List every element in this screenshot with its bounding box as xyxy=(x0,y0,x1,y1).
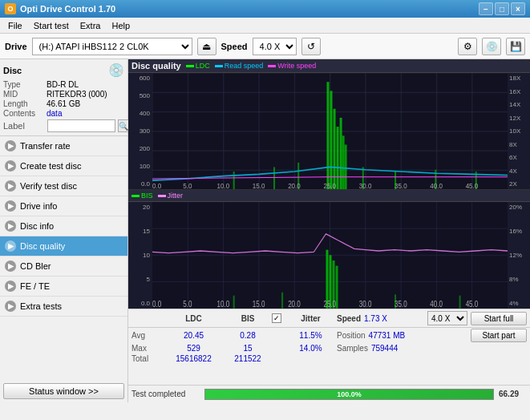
speed-value: 1.73 X xyxy=(364,314,387,323)
start-part-button[interactable]: Start part xyxy=(471,329,527,342)
drive-select[interactable]: (H:) ATAPI iHBS112 2 CL0K xyxy=(32,38,192,55)
save-button[interactable]: 💾 xyxy=(506,38,525,55)
disc-button[interactable]: 💿 xyxy=(482,38,501,55)
stats-header-row: LDC BIS ✓ Jitter Speed 1.73 X 4.0 X Star… xyxy=(128,309,530,328)
samples-value: 759444 xyxy=(371,344,398,353)
menu-extra[interactable]: Extra xyxy=(75,19,106,32)
legend-ldc-label: LDC xyxy=(196,62,210,70)
sidebar-item-verify-test-disc[interactable]: ▶ Verify test disc xyxy=(0,176,127,196)
bis-header: BIS xyxy=(224,314,272,323)
sidebar-item-drive-info[interactable]: ▶ Drive info xyxy=(0,196,127,216)
menu-help[interactable]: Help xyxy=(107,19,135,32)
mid-value: RITEKDR3 (000) xyxy=(47,90,107,99)
fe-te-icon: ▶ xyxy=(5,281,16,292)
top-chart-area: 6005004003002001000.0 xyxy=(128,73,530,189)
label-input[interactable] xyxy=(47,119,115,132)
svg-text:45.0: 45.0 xyxy=(466,182,479,190)
sidebar-item-cd-bler[interactable]: ▶ CD Bler xyxy=(0,256,127,277)
disc-title: Disc xyxy=(3,66,22,75)
menu-bar: File Start test Extra Help xyxy=(0,18,530,34)
progress-fill: 100.0% xyxy=(205,390,493,399)
sidebar: Disc 💿 Type BD-R DL MID RITEKDR3 (000) L… xyxy=(0,59,128,402)
eject-button[interactable]: ⏏ xyxy=(197,38,216,55)
legend-write-speed-color xyxy=(268,65,276,67)
svg-text:25.0: 25.0 xyxy=(323,300,336,309)
disc-icon: 💿 xyxy=(108,63,124,78)
extra-tests-icon: ▶ xyxy=(5,301,16,312)
minimize-button[interactable]: − xyxy=(479,2,493,15)
avg-ldc: 20.45 xyxy=(164,331,224,340)
speed-unit-select[interactable]: 4.0 X xyxy=(427,311,467,325)
svg-text:10.0: 10.0 xyxy=(217,300,230,309)
sidebar-item-label: Extra tests xyxy=(20,301,62,311)
svg-text:20.0: 20.0 xyxy=(288,300,301,309)
disc-header: Disc 💿 xyxy=(3,63,124,78)
avg-row: Avg 20.45 0.28 11.5% Position 47731 MB S… xyxy=(128,328,530,343)
max-label: Max xyxy=(131,344,164,353)
contents-label: Contents xyxy=(3,109,45,118)
svg-text:5.0: 5.0 xyxy=(183,182,192,190)
close-button[interactable]: × xyxy=(511,2,525,15)
mid-label: MID xyxy=(3,90,45,99)
type-value: BD-R DL xyxy=(47,80,79,89)
refresh-button[interactable]: ↺ xyxy=(301,38,321,55)
legend-bis-color xyxy=(131,195,140,197)
disc-panel: Disc 💿 Type BD-R DL MID RITEKDR3 (000) L… xyxy=(0,59,127,136)
svg-rect-24 xyxy=(273,167,275,189)
svg-text:25.0: 25.0 xyxy=(323,182,336,190)
svg-rect-20 xyxy=(340,118,342,189)
legend-ldc: LDC xyxy=(186,62,210,70)
position-info: Position 47731 MB xyxy=(337,331,427,340)
sidebar-item-label: Disc info xyxy=(20,221,54,231)
bottom-chart: BIS Jitter 20151050.0 xyxy=(128,190,530,309)
legend-read-speed: Read speed xyxy=(215,62,264,70)
svg-rect-58 xyxy=(281,293,283,309)
start-full-button[interactable]: Start full xyxy=(471,312,527,325)
svg-rect-22 xyxy=(345,144,347,189)
speed-label: Speed xyxy=(221,42,248,51)
menu-start-test[interactable]: Start test xyxy=(29,19,74,32)
progress-track: 100.0% xyxy=(204,389,494,400)
legend-jitter-color xyxy=(158,195,166,197)
legend-write-speed-label: Write speed xyxy=(277,62,316,70)
speed-label: Speed xyxy=(337,314,361,323)
svg-rect-23 xyxy=(233,172,235,189)
bottom-left-axis: 20151050.0 xyxy=(128,202,152,309)
sidebar-item-label: Disc quality xyxy=(20,241,65,251)
disc-type-row: Type BD-R DL xyxy=(3,80,124,89)
sidebar-item-extra-tests[interactable]: ▶ Extra tests xyxy=(0,297,127,317)
disc-mid-row: MID RITEKDR3 (000) xyxy=(3,90,124,99)
disc-length-row: Length 46.61 GB xyxy=(3,99,124,108)
max-ldc: 529 xyxy=(164,344,224,353)
speed-select[interactable]: 4.0 X xyxy=(253,38,297,55)
chart-bottom-title-bar: BIS Jitter xyxy=(128,190,530,202)
legend-jitter-label: Jitter xyxy=(168,192,184,200)
label-browse-button[interactable]: 🔍 xyxy=(118,119,129,132)
legend-read-speed-color xyxy=(215,65,223,67)
sidebar-item-disc-info[interactable]: ▶ Disc info xyxy=(0,216,127,236)
speed-info: Speed 1.73 X xyxy=(337,314,427,323)
sidebar-item-create-test-disc[interactable]: ▶ Create test disc xyxy=(0,156,127,176)
svg-rect-17 xyxy=(330,91,333,189)
svg-text:40.0: 40.0 xyxy=(430,182,443,190)
sidebar-item-transfer-rate[interactable]: ▶ Transfer rate xyxy=(0,136,127,156)
max-jitter: 14.0% xyxy=(285,344,337,353)
svg-rect-16 xyxy=(326,82,329,189)
sidebar-item-label: Transfer rate xyxy=(20,141,71,151)
settings-button[interactable]: ⚙ xyxy=(458,38,477,55)
menu-file[interactable]: File xyxy=(3,19,27,32)
sidebar-item-fe-te[interactable]: ▶ FE / TE xyxy=(0,277,127,297)
svg-text:45.0: 45.0 xyxy=(466,300,479,309)
sidebar-item-disc-quality[interactable]: ▶ Disc quality xyxy=(0,236,127,256)
length-label: Length xyxy=(3,99,45,108)
legend-bis-label: BIS xyxy=(141,192,153,200)
app-icon: O xyxy=(5,3,16,14)
jitter-checkbox[interactable]: ✓ xyxy=(272,313,281,323)
svg-rect-19 xyxy=(337,127,339,189)
stats-panel: LDC BIS ✓ Jitter Speed 1.73 X 4.0 X Star… xyxy=(128,309,530,385)
progress-extra: 66.29 xyxy=(499,390,527,398)
status-window-button[interactable]: Status window >> xyxy=(3,383,124,399)
total-row: Total 15616822 211522 xyxy=(128,353,530,364)
maximize-button[interactable]: □ xyxy=(495,2,509,15)
svg-text:40.0: 40.0 xyxy=(430,300,443,309)
